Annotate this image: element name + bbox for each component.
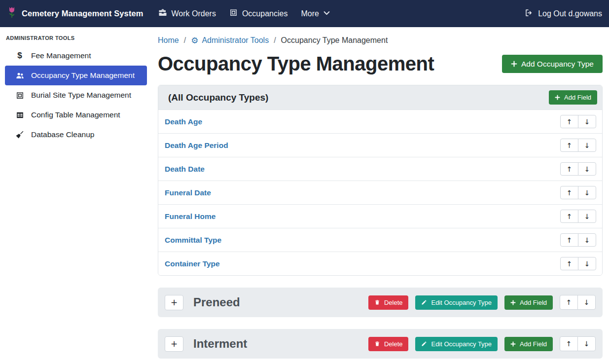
- field-row: Funeral Home ↑ ↓: [158, 204, 602, 228]
- add-field-label: Add Field: [520, 341, 547, 347]
- sidebar-item-label: Database Cleanup: [31, 130, 94, 139]
- reorder-controls: ↑ ↓: [560, 115, 596, 128]
- field-link[interactable]: Funeral Date: [165, 188, 211, 197]
- field-row: Death Age ↑ ↓: [158, 109, 602, 133]
- card-title: (All Occupancy Types): [168, 92, 268, 103]
- chevron-down-icon: [323, 9, 330, 18]
- edit-occupancy-type-label: Edit Occupancy Type: [431, 341, 492, 347]
- field-link[interactable]: Funeral Home: [165, 212, 215, 221]
- table-icon: [15, 111, 25, 119]
- occupancy-type-title: Preneed: [193, 295, 240, 309]
- delete-button[interactable]: Delete: [368, 295, 409, 310]
- move-down-button[interactable]: ↓: [578, 139, 596, 152]
- delete-button[interactable]: Delete: [368, 337, 409, 351]
- move-up-button[interactable]: ↑: [560, 139, 578, 152]
- move-up-button[interactable]: ↑: [560, 295, 578, 310]
- top-navigation: Work Orders Occupancies More: [158, 8, 330, 19]
- nav-occupancies[interactable]: Occupancies: [229, 8, 288, 19]
- occupancy-type-section-preneed: + Preneed Delete Edit Occupancy Type: [158, 288, 603, 317]
- field-link[interactable]: Death Date: [165, 165, 205, 174]
- logout-button[interactable]: Log Out d.gowans: [525, 8, 602, 19]
- nav-occupancies-label: Occupancies: [242, 9, 288, 18]
- sidebar-item-occupancy-type-management[interactable]: Occupancy Type Management: [5, 66, 147, 85]
- sidebar-item-fee-management[interactable]: $ Fee Management: [5, 46, 147, 66]
- add-field-button[interactable]: Add Field: [549, 90, 597, 105]
- field-link[interactable]: Committal Type: [165, 236, 221, 245]
- move-down-button[interactable]: ↓: [578, 210, 596, 223]
- breadcrumb-separator: /: [274, 36, 276, 45]
- move-down-button[interactable]: ↓: [578, 162, 596, 176]
- add-occupancy-type-button[interactable]: Add Occupancy Type: [502, 55, 603, 73]
- topbar: Cemetery Management System Work Orders O…: [0, 0, 609, 27]
- reorder-controls: ↑ ↓: [560, 139, 596, 152]
- breadcrumb-admin-label: Administrator Tools: [202, 36, 269, 45]
- reorder-controls: ↑ ↓: [560, 210, 596, 223]
- trash-icon: [374, 341, 380, 347]
- move-down-button[interactable]: ↓: [578, 257, 596, 270]
- app-logo-icon: [7, 6, 17, 22]
- edit-occupancy-type-button[interactable]: Edit Occupancy Type: [415, 337, 498, 351]
- field-link[interactable]: Death Age: [165, 117, 202, 126]
- add-field-button[interactable]: Add Field: [504, 295, 553, 310]
- section-actions: Delete Edit Occupancy Type Add Field ↑: [368, 295, 596, 310]
- main-content: Home / ⚙ Administrator Tools / Occupancy…: [152, 27, 609, 364]
- logout-label: Log Out d.gowans: [538, 9, 602, 18]
- sidebar-item-label: Fee Management: [31, 51, 91, 60]
- breadcrumb-current: Occupancy Type Management: [281, 36, 388, 45]
- move-up-button[interactable]: ↑: [560, 186, 578, 199]
- pencil-icon: [421, 299, 427, 305]
- field-row: Committal Type ↑ ↓: [158, 228, 602, 252]
- field-link[interactable]: Death Age Period: [165, 141, 228, 150]
- pencil-icon: [421, 341, 427, 347]
- app-title: Cemetery Management System: [22, 9, 143, 18]
- reorder-controls: ↑ ↓: [560, 257, 596, 270]
- delete-label: Delete: [384, 299, 403, 306]
- nav-more[interactable]: More: [301, 9, 329, 18]
- expand-button[interactable]: +: [165, 336, 183, 352]
- reorder-controls: ↑ ↓: [560, 186, 596, 199]
- move-up-button[interactable]: ↑: [560, 210, 578, 223]
- occupancies-icon: [229, 8, 238, 19]
- edit-occupancy-type-button[interactable]: Edit Occupancy Type: [415, 295, 498, 310]
- move-down-button[interactable]: ↓: [578, 233, 596, 247]
- work-orders-icon: [158, 8, 167, 19]
- sidebar-item-config-table-management[interactable]: Config Table Management: [5, 105, 147, 125]
- reorder-controls: ↑ ↓: [560, 336, 596, 351]
- delete-label: Delete: [384, 341, 403, 347]
- move-up-button[interactable]: ↑: [560, 336, 578, 351]
- plus-icon: [510, 341, 516, 347]
- field-link[interactable]: Container Type: [165, 259, 220, 268]
- occupancy-type-title: Interment: [193, 337, 247, 351]
- all-occupancy-types-card: (All Occupancy Types) Add Field Death Ag…: [158, 85, 603, 276]
- field-row: Death Age Period ↑ ↓: [158, 133, 602, 157]
- occupancy-type-section-interment: + Interment Delete Edit Occupancy Type: [158, 329, 603, 359]
- nav-work-orders[interactable]: Work Orders: [158, 8, 216, 19]
- move-down-button[interactable]: ↓: [578, 186, 596, 199]
- move-down-button[interactable]: ↓: [577, 336, 596, 351]
- expand-button[interactable]: +: [165, 295, 183, 310]
- add-field-button[interactable]: Add Field: [504, 337, 553, 351]
- nav-work-orders-label: Work Orders: [172, 9, 216, 18]
- move-up-button[interactable]: ↑: [560, 233, 578, 247]
- add-field-label: Add Field: [520, 299, 547, 306]
- app-brand[interactable]: Cemetery Management System: [7, 6, 143, 22]
- plus-icon: [555, 95, 560, 100]
- move-down-button[interactable]: ↓: [578, 115, 596, 128]
- breadcrumb-home[interactable]: Home: [158, 36, 179, 45]
- breadcrumb: Home / ⚙ Administrator Tools / Occupancy…: [158, 36, 603, 45]
- sidebar: ADMINISTRATOR TOOLS $ Fee Management Occ…: [0, 27, 152, 364]
- card-header: (All Occupancy Types) Add Field: [158, 85, 602, 109]
- move-down-button[interactable]: ↓: [577, 295, 596, 310]
- reorder-controls: ↑ ↓: [560, 162, 596, 176]
- logout-icon: [525, 8, 534, 19]
- section-actions: Delete Edit Occupancy Type Add Field ↑: [368, 336, 596, 351]
- breadcrumb-admin-tools[interactable]: ⚙ Administrator Tools: [191, 36, 269, 45]
- field-row: Death Date ↑ ↓: [158, 157, 602, 181]
- sidebar-item-database-cleanup[interactable]: Database Cleanup: [5, 125, 147, 145]
- frame-icon: [15, 91, 25, 100]
- gear-icon: ⚙: [191, 36, 198, 45]
- move-up-button[interactable]: ↑: [560, 257, 578, 270]
- sidebar-item-burial-site-type-management[interactable]: Burial Site Type Management: [5, 85, 147, 105]
- move-up-button[interactable]: ↑: [560, 115, 578, 128]
- move-up-button[interactable]: ↑: [560, 162, 578, 176]
